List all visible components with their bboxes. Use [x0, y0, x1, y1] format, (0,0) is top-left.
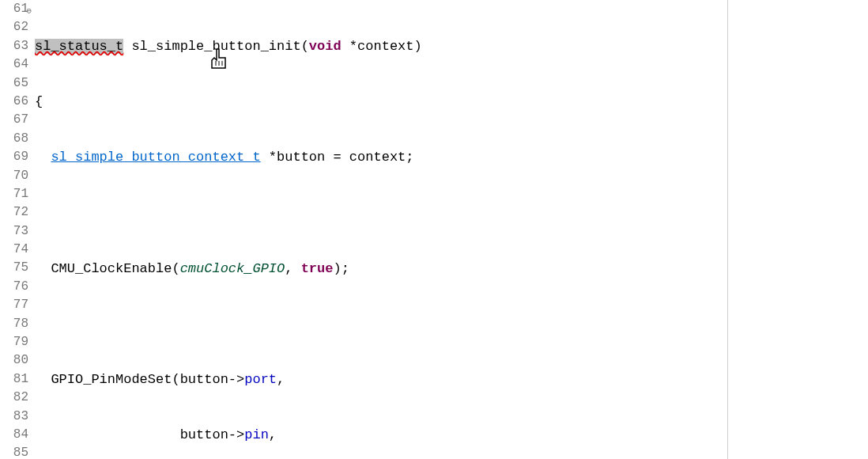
code-line[interactable]: CMU_ClockEnable(cmuClock_GPIO, true);: [35, 260, 868, 278]
enum-value: cmuClock_GPIO: [180, 261, 285, 276]
gutter-line: 70: [0, 167, 30, 185]
gutter-line: 61⊖: [0, 0, 30, 18]
gutter-line: 75: [0, 259, 30, 277]
gutter-line: 62: [0, 18, 30, 36]
gutter-line: 81: [0, 370, 30, 389]
code-line[interactable]: sl_simple_button_context_t *button = con…: [35, 148, 868, 166]
gutter-line: 82: [0, 389, 30, 407]
gutter-line: 67: [0, 111, 30, 129]
gutter-line: 74: [0, 241, 30, 259]
gutter-line: 83: [0, 408, 30, 426]
gutter-line: 68: [0, 130, 30, 148]
gutter-line: 66: [0, 93, 30, 111]
code-line[interactable]: GPIO_PinModeSet(button->port,: [35, 370, 868, 389]
gutter-line: 78: [0, 315, 30, 333]
code-line[interactable]: [35, 203, 868, 222]
type-hyperlink[interactable]: sl_simple_button_context_t: [51, 150, 260, 165]
gutter-line: 64: [0, 55, 30, 74]
gutter-line: 73: [0, 222, 30, 241]
gutter-line: 77: [0, 296, 30, 314]
code-text-area[interactable]: sl_status_t sl_simple_button_init(void *…: [32, 0, 868, 459]
keyword-void: void: [309, 39, 342, 54]
gutter-line: 79: [0, 333, 30, 351]
gutter-line: 85: [0, 444, 30, 459]
gutter-line: 65: [0, 74, 30, 93]
code-editor[interactable]: 61⊖ 62 63 64 65 66 67 68 69 70 71 72 73 …: [0, 0, 868, 459]
code-line[interactable]: [35, 315, 868, 333]
line-gutter: 61⊖ 62 63 64 65 66 67 68 69 70 71 72 73 …: [0, 0, 32, 459]
code-line[interactable]: sl_status_t sl_simple_button_init(void *…: [35, 37, 868, 55]
fold-collapse-icon[interactable]: ⊖: [22, 2, 32, 12]
code-line[interactable]: {: [35, 93, 868, 111]
gutter-line: 84: [0, 426, 30, 444]
gutter-line: 71: [0, 185, 30, 203]
code-line[interactable]: button->pin,: [35, 426, 868, 444]
gutter-line: 72: [0, 203, 30, 222]
print-margin: [727, 0, 728, 459]
gutter-line: 69: [0, 148, 30, 166]
function-name: sl_simple_button_init(: [123, 39, 309, 54]
gutter-line: 80: [0, 351, 30, 370]
gutter-line: 76: [0, 278, 30, 296]
gutter-line: 63: [0, 37, 30, 55]
error-squiggle[interactable]: sl_status_t: [35, 39, 123, 54]
